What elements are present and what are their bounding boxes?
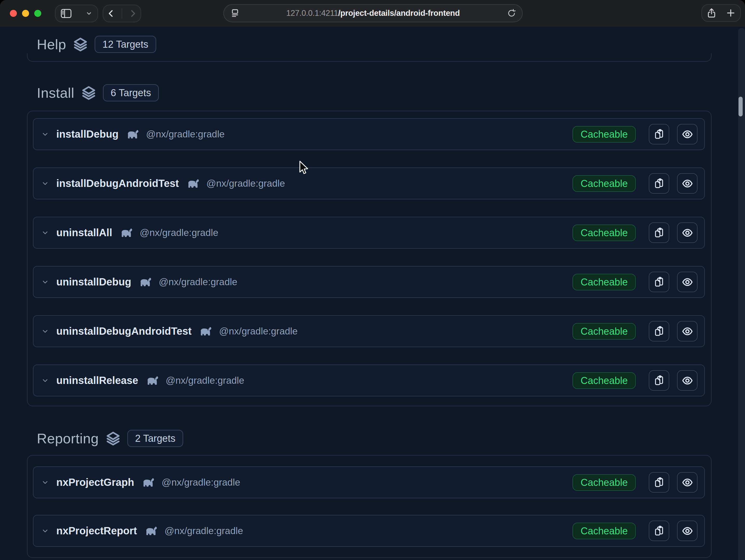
target-name: installDebugAndroidTest — [56, 178, 179, 189]
copy-target-button[interactable] — [649, 521, 669, 541]
target-executor: @nx/gradle:gradle — [164, 526, 243, 536]
view-target-button[interactable] — [677, 173, 698, 194]
nav-buttons — [103, 5, 141, 22]
target-executor: @nx/gradle:gradle — [146, 129, 225, 140]
gradle-elephant-icon — [141, 478, 155, 488]
targets-group-box — [27, 53, 712, 62]
copy-target-button[interactable] — [649, 472, 669, 493]
view-target-button[interactable] — [677, 472, 698, 493]
layers-stack-icon — [81, 85, 96, 100]
targets-group-box: nxProjectGraph @nx/gradle:gradle Cacheab… — [27, 455, 712, 558]
chevron-down-icon[interactable] — [41, 229, 49, 237]
cacheable-badge: Cacheable — [573, 224, 636, 241]
target-row[interactable]: uninstallDebug @nx/gradle:gradle Cacheab… — [33, 266, 705, 298]
forward-button[interactable] — [128, 8, 138, 19]
minimize-button[interactable] — [22, 10, 29, 17]
copy-target-button[interactable] — [649, 272, 669, 292]
cacheable-badge: Cacheable — [573, 372, 636, 389]
copy-target-button[interactable] — [649, 173, 669, 194]
new-tab-button[interactable] — [725, 7, 736, 19]
browser-toolbar: 127.0.0.1:4211/project-details/android-f… — [0, 0, 745, 27]
cacheable-badge: Cacheable — [573, 175, 636, 192]
share-icon — [706, 7, 717, 19]
target-name: uninstallAll — [56, 227, 112, 239]
new-tab-icon — [725, 7, 736, 19]
sidebar-menu-button[interactable] — [85, 10, 93, 18]
url-host: 127.0.0.1:4211 — [286, 8, 338, 18]
target-executor: @nx/gradle:gradle — [219, 326, 297, 337]
target-executor: @nx/gradle:gradle — [166, 375, 245, 386]
zoom-button[interactable] — [34, 10, 41, 17]
chevron-down-icon[interactable] — [41, 479, 49, 486]
sidebar-toggle-button[interactable] — [60, 8, 72, 19]
target-name: uninstallDebugAndroidTest — [56, 325, 191, 337]
clipboard-copy-icon — [654, 526, 665, 536]
cacheable-badge: Cacheable — [573, 274, 636, 290]
sidebar-toggle-group — [55, 5, 98, 22]
layers-stack-icon — [73, 37, 88, 52]
copy-target-button[interactable] — [649, 222, 669, 243]
project-details-page: Help 12 Targets Install 6 Targets instal… — [0, 27, 745, 560]
gradle-elephant-icon — [199, 327, 213, 337]
eye-icon — [682, 178, 693, 189]
view-target-button[interactable] — [677, 370, 698, 391]
clipboard-copy-icon — [654, 178, 665, 189]
gradle-elephant-icon — [126, 130, 140, 140]
chevron-down-icon[interactable] — [41, 278, 49, 286]
target-row[interactable]: installDebugAndroidTest @nx/gradle:gradl… — [33, 168, 705, 199]
target-row[interactable]: installDebug @nx/gradle:gradle Cacheable — [33, 118, 705, 150]
view-target-button[interactable] — [677, 321, 698, 342]
clipboard-copy-icon — [654, 129, 665, 140]
target-row[interactable]: nxProjectReport @nx/gradle:gradle Cachea… — [33, 515, 705, 547]
gradle-elephant-icon — [138, 277, 153, 288]
target-row[interactable]: uninstallDebugAndroidTest @nx/gradle:gra… — [33, 315, 705, 347]
targets-group-box: installDebug @nx/gradle:gradle Cacheable — [27, 111, 712, 406]
target-name: nxProjectGraph — [56, 477, 134, 488]
copy-target-button[interactable] — [649, 321, 669, 342]
url-path: /project-details/android-frontend — [338, 8, 460, 18]
back-button[interactable] — [106, 8, 116, 19]
url-text: 127.0.0.1:4211/project-details/android-f… — [224, 8, 522, 18]
chevron-down-icon[interactable] — [41, 327, 49, 335]
copy-target-button[interactable] — [649, 124, 669, 144]
chevron-down-icon[interactable] — [41, 130, 49, 138]
target-row[interactable]: nxProjectGraph @nx/gradle:gradle Cacheab… — [33, 466, 705, 498]
section-heading: Reporting 2 Targets — [37, 429, 183, 448]
view-target-button[interactable] — [677, 222, 698, 243]
sidebar-toggle-icon — [60, 8, 72, 19]
target-executor: @nx/gradle:gradle — [162, 477, 240, 488]
targets-count-badge: 2 Targets — [127, 430, 184, 447]
close-button[interactable] — [10, 10, 17, 17]
view-target-button[interactable] — [677, 272, 698, 292]
targets-count-badge: 6 Targets — [103, 84, 159, 101]
layers-stack-icon — [105, 431, 121, 446]
targets-count-badge: 12 Targets — [95, 36, 156, 53]
scrollbar-thumb[interactable] — [739, 97, 743, 116]
clipboard-copy-icon — [654, 228, 665, 238]
cacheable-badge: Cacheable — [573, 523, 636, 539]
gradle-elephant-icon — [144, 526, 158, 537]
chevron-down-icon[interactable] — [41, 527, 49, 535]
clipboard-copy-icon — [654, 375, 665, 386]
target-row[interactable]: uninstallAll @nx/gradle:gradle Cacheable — [33, 217, 705, 249]
eye-icon — [682, 375, 693, 386]
toolbar-right-group — [702, 4, 741, 22]
scrollbar-track[interactable] — [738, 28, 745, 560]
target-row[interactable]: uninstallRelease @nx/gradle:gradle Cache… — [33, 364, 705, 396]
target-name: installDebug — [56, 128, 119, 140]
address-bar[interactable]: 127.0.0.1:4211/project-details/android-f… — [223, 4, 523, 22]
screen: 127.0.0.1:4211/project-details/android-f… — [0, 0, 745, 560]
chevron-down-icon[interactable] — [41, 377, 49, 384]
share-button[interactable] — [706, 7, 717, 19]
forward-icon — [128, 8, 138, 19]
copy-target-button[interactable] — [649, 370, 669, 391]
clipboard-copy-icon — [654, 277, 665, 287]
reload-icon[interactable] — [507, 8, 516, 18]
chevron-down-icon[interactable] — [41, 180, 49, 187]
cacheable-badge: Cacheable — [573, 126, 636, 143]
view-target-button[interactable] — [677, 124, 698, 144]
back-icon — [106, 8, 116, 19]
view-target-button[interactable] — [677, 521, 698, 541]
section-title: Help — [37, 36, 66, 53]
chevron-down-icon — [85, 10, 93, 18]
